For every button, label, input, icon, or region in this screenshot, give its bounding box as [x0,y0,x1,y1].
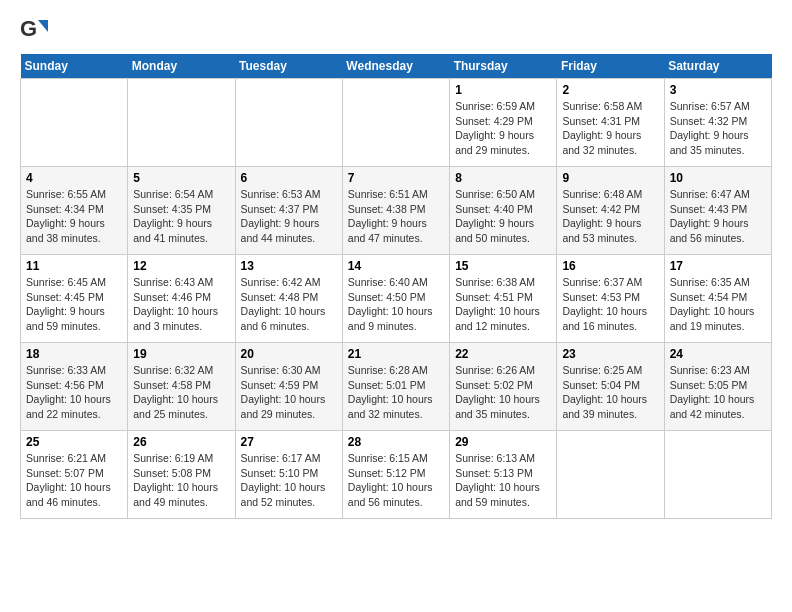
day-number: 13 [241,259,337,273]
calendar-day-cell: 7Sunrise: 6:51 AM Sunset: 4:38 PM Daylig… [342,167,449,255]
day-number: 1 [455,83,551,97]
calendar-day-cell [342,79,449,167]
svg-text:G: G [20,16,37,41]
calendar-week-row: 18Sunrise: 6:33 AM Sunset: 4:56 PM Dayli… [21,343,772,431]
day-info: Sunrise: 6:55 AM Sunset: 4:34 PM Dayligh… [26,187,122,246]
day-info: Sunrise: 6:43 AM Sunset: 4:46 PM Dayligh… [133,275,229,334]
day-info: Sunrise: 6:40 AM Sunset: 4:50 PM Dayligh… [348,275,444,334]
day-info: Sunrise: 6:28 AM Sunset: 5:01 PM Dayligh… [348,363,444,422]
day-info: Sunrise: 6:33 AM Sunset: 4:56 PM Dayligh… [26,363,122,422]
calendar-day-cell: 6Sunrise: 6:53 AM Sunset: 4:37 PM Daylig… [235,167,342,255]
calendar-day-cell: 28Sunrise: 6:15 AM Sunset: 5:12 PM Dayli… [342,431,449,519]
calendar-day-cell: 12Sunrise: 6:43 AM Sunset: 4:46 PM Dayli… [128,255,235,343]
calendar-day-cell: 16Sunrise: 6:37 AM Sunset: 4:53 PM Dayli… [557,255,664,343]
calendar-day-cell: 1Sunrise: 6:59 AM Sunset: 4:29 PM Daylig… [450,79,557,167]
day-number: 4 [26,171,122,185]
day-info: Sunrise: 6:26 AM Sunset: 5:02 PM Dayligh… [455,363,551,422]
day-number: 7 [348,171,444,185]
day-info: Sunrise: 6:50 AM Sunset: 4:40 PM Dayligh… [455,187,551,246]
day-info: Sunrise: 6:15 AM Sunset: 5:12 PM Dayligh… [348,451,444,510]
day-info: Sunrise: 6:21 AM Sunset: 5:07 PM Dayligh… [26,451,122,510]
day-info: Sunrise: 6:58 AM Sunset: 4:31 PM Dayligh… [562,99,658,158]
day-number: 17 [670,259,766,273]
calendar-day-cell: 22Sunrise: 6:26 AM Sunset: 5:02 PM Dayli… [450,343,557,431]
calendar-day-cell: 27Sunrise: 6:17 AM Sunset: 5:10 PM Dayli… [235,431,342,519]
day-number: 3 [670,83,766,97]
day-number: 21 [348,347,444,361]
logo: G [20,16,52,44]
calendar-week-row: 4Sunrise: 6:55 AM Sunset: 4:34 PM Daylig… [21,167,772,255]
day-of-week-header: Monday [128,54,235,79]
day-number: 10 [670,171,766,185]
day-number: 27 [241,435,337,449]
day-number: 2 [562,83,658,97]
day-number: 18 [26,347,122,361]
day-info: Sunrise: 6:57 AM Sunset: 4:32 PM Dayligh… [670,99,766,158]
calendar-day-cell: 14Sunrise: 6:40 AM Sunset: 4:50 PM Dayli… [342,255,449,343]
calendar-day-cell: 15Sunrise: 6:38 AM Sunset: 4:51 PM Dayli… [450,255,557,343]
day-info: Sunrise: 6:47 AM Sunset: 4:43 PM Dayligh… [670,187,766,246]
calendar-day-cell: 23Sunrise: 6:25 AM Sunset: 5:04 PM Dayli… [557,343,664,431]
day-number: 26 [133,435,229,449]
day-info: Sunrise: 6:30 AM Sunset: 4:59 PM Dayligh… [241,363,337,422]
day-of-week-header: Thursday [450,54,557,79]
day-info: Sunrise: 6:19 AM Sunset: 5:08 PM Dayligh… [133,451,229,510]
day-info: Sunrise: 6:25 AM Sunset: 5:04 PM Dayligh… [562,363,658,422]
day-info: Sunrise: 6:32 AM Sunset: 4:58 PM Dayligh… [133,363,229,422]
day-number: 15 [455,259,551,273]
calendar-week-row: 1Sunrise: 6:59 AM Sunset: 4:29 PM Daylig… [21,79,772,167]
calendar-day-cell [557,431,664,519]
calendar-day-cell [235,79,342,167]
day-info: Sunrise: 6:37 AM Sunset: 4:53 PM Dayligh… [562,275,658,334]
calendar-day-cell: 2Sunrise: 6:58 AM Sunset: 4:31 PM Daylig… [557,79,664,167]
calendar-week-row: 11Sunrise: 6:45 AM Sunset: 4:45 PM Dayli… [21,255,772,343]
day-of-week-header: Sunday [21,54,128,79]
day-number: 23 [562,347,658,361]
day-number: 20 [241,347,337,361]
header: G [20,16,772,44]
day-number: 6 [241,171,337,185]
day-number: 28 [348,435,444,449]
day-info: Sunrise: 6:53 AM Sunset: 4:37 PM Dayligh… [241,187,337,246]
calendar-day-cell: 20Sunrise: 6:30 AM Sunset: 4:59 PM Dayli… [235,343,342,431]
calendar-week-row: 25Sunrise: 6:21 AM Sunset: 5:07 PM Dayli… [21,431,772,519]
calendar-day-cell [664,431,771,519]
day-info: Sunrise: 6:35 AM Sunset: 4:54 PM Dayligh… [670,275,766,334]
day-info: Sunrise: 6:51 AM Sunset: 4:38 PM Dayligh… [348,187,444,246]
calendar-day-cell: 13Sunrise: 6:42 AM Sunset: 4:48 PM Dayli… [235,255,342,343]
day-number: 22 [455,347,551,361]
day-number: 19 [133,347,229,361]
calendar-day-cell: 29Sunrise: 6:13 AM Sunset: 5:13 PM Dayli… [450,431,557,519]
calendar-day-cell: 5Sunrise: 6:54 AM Sunset: 4:35 PM Daylig… [128,167,235,255]
calendar-day-cell: 25Sunrise: 6:21 AM Sunset: 5:07 PM Dayli… [21,431,128,519]
day-number: 9 [562,171,658,185]
svg-marker-1 [38,20,48,32]
calendar-day-cell: 9Sunrise: 6:48 AM Sunset: 4:42 PM Daylig… [557,167,664,255]
day-of-week-header: Friday [557,54,664,79]
day-info: Sunrise: 6:13 AM Sunset: 5:13 PM Dayligh… [455,451,551,510]
day-of-week-header: Saturday [664,54,771,79]
day-info: Sunrise: 6:54 AM Sunset: 4:35 PM Dayligh… [133,187,229,246]
day-number: 29 [455,435,551,449]
calendar-day-cell [128,79,235,167]
day-number: 5 [133,171,229,185]
calendar-day-cell: 19Sunrise: 6:32 AM Sunset: 4:58 PM Dayli… [128,343,235,431]
calendar-day-cell: 3Sunrise: 6:57 AM Sunset: 4:32 PM Daylig… [664,79,771,167]
day-info: Sunrise: 6:45 AM Sunset: 4:45 PM Dayligh… [26,275,122,334]
calendar-day-cell: 10Sunrise: 6:47 AM Sunset: 4:43 PM Dayli… [664,167,771,255]
day-info: Sunrise: 6:23 AM Sunset: 5:05 PM Dayligh… [670,363,766,422]
day-info: Sunrise: 6:17 AM Sunset: 5:10 PM Dayligh… [241,451,337,510]
day-number: 24 [670,347,766,361]
calendar-day-cell: 21Sunrise: 6:28 AM Sunset: 5:01 PM Dayli… [342,343,449,431]
calendar-day-cell: 26Sunrise: 6:19 AM Sunset: 5:08 PM Dayli… [128,431,235,519]
day-of-week-header: Tuesday [235,54,342,79]
calendar-day-cell: 17Sunrise: 6:35 AM Sunset: 4:54 PM Dayli… [664,255,771,343]
day-number: 16 [562,259,658,273]
calendar-day-cell: 11Sunrise: 6:45 AM Sunset: 4:45 PM Dayli… [21,255,128,343]
calendar-day-cell: 4Sunrise: 6:55 AM Sunset: 4:34 PM Daylig… [21,167,128,255]
calendar-table: SundayMondayTuesdayWednesdayThursdayFrid… [20,54,772,519]
day-number: 12 [133,259,229,273]
day-info: Sunrise: 6:48 AM Sunset: 4:42 PM Dayligh… [562,187,658,246]
calendar-day-cell [21,79,128,167]
logo-icon: G [20,16,48,44]
